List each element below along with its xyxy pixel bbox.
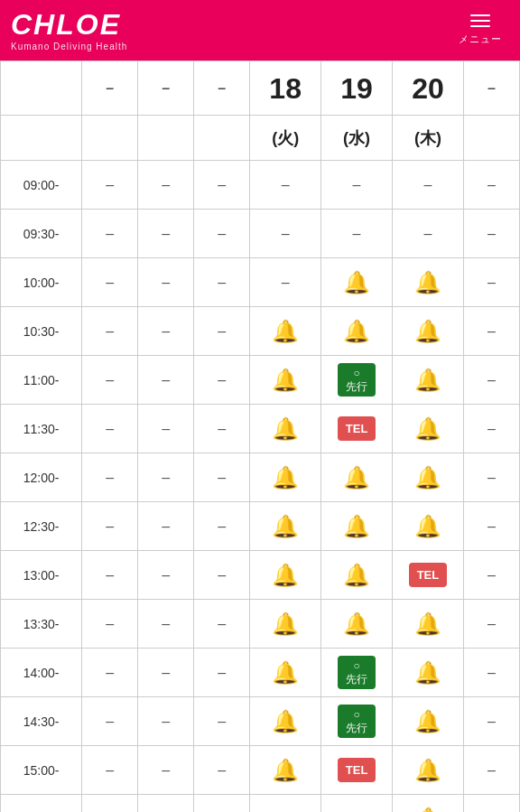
bell-icon: 🔔 — [414, 465, 441, 490]
dash-indicator: – — [424, 177, 432, 192]
dash-indicator: – — [218, 226, 226, 241]
col-c1-cell: – — [82, 307, 138, 356]
col-c2-cell: – — [138, 356, 194, 405]
header-day-20: (木) — [393, 116, 464, 161]
table-row: 09:00-––––––– — [1, 161, 520, 210]
col-c2-cell: – — [138, 697, 194, 746]
col-c2-cell: – — [138, 600, 194, 649]
hamburger-icon — [470, 14, 490, 27]
col-c1-cell: – — [82, 746, 138, 795]
time-cell: 15:00- — [1, 746, 82, 795]
header-date-20: 20 — [393, 61, 464, 116]
header-col1: – — [82, 61, 138, 116]
col-20-cell: 🔔 — [393, 746, 464, 795]
col-c3-cell: – — [194, 210, 250, 258]
dash-indicator: – — [218, 372, 226, 387]
dash-indicator: – — [162, 372, 170, 387]
col-18-cell: 🔔 — [250, 502, 321, 551]
header-col-last: – — [463, 61, 519, 116]
col-c2-cell: – — [138, 258, 194, 307]
dash-indicator: – — [162, 518, 170, 534]
col-20-cell: 🔔 — [393, 502, 464, 551]
col-c2-cell: – — [138, 453, 194, 502]
col-c3-cell: – — [194, 551, 250, 600]
table-row: 13:00-–––🔔🔔TEL– — [1, 551, 520, 600]
dash-indicator: – — [218, 665, 226, 680]
table-row: 12:00-–––🔔🔔🔔– — [1, 453, 520, 502]
col-c3-cell: – — [194, 649, 250, 697]
col-19-cell: – — [321, 795, 393, 813]
col-last-cell: – — [463, 697, 519, 746]
col-c3-cell: – — [194, 405, 250, 453]
table-row: 15:30-–––––🔔– — [1, 795, 520, 813]
dash-indicator: – — [106, 714, 114, 729]
col-19-cell: 🔔 — [321, 453, 393, 502]
col-18-cell: 🔔 — [250, 649, 321, 697]
time-cell: 13:00- — [1, 551, 82, 600]
table-row: 10:30-–––🔔🔔🔔– — [1, 307, 520, 356]
dash-indicator: – — [353, 226, 361, 241]
dash-indicator: – — [488, 714, 496, 729]
col-18-cell: 🔔 — [250, 405, 321, 453]
col-last-cell: – — [463, 502, 519, 551]
dash-indicator: – — [106, 275, 114, 290]
col-c2-cell: – — [138, 649, 194, 697]
col-20-cell: 🔔 — [393, 453, 464, 502]
dash-indicator: – — [282, 275, 290, 290]
dash-indicator: – — [488, 323, 496, 339]
col-18-cell: 🔔 — [250, 551, 321, 600]
col-19-cell: TEL — [321, 746, 393, 795]
tel-status: TEL — [338, 758, 376, 782]
col-last-cell: – — [463, 161, 519, 210]
dash-indicator: – — [106, 567, 114, 583]
col-c2-cell: – — [138, 405, 194, 453]
col-c1-cell: – — [82, 697, 138, 746]
col-c1-cell: – — [82, 210, 138, 258]
dash-indicator: – — [162, 762, 170, 778]
dash-indicator: – — [162, 616, 170, 631]
bell-icon: 🔔 — [272, 709, 299, 734]
col-20-cell: 🔔 — [393, 697, 464, 746]
day-name-row: (火) (水) (木) — [1, 116, 520, 161]
header-day-col2 — [138, 116, 194, 161]
header-empty-day — [1, 116, 82, 161]
col-18-cell: 🔔 — [250, 356, 321, 405]
col-last-cell: – — [463, 405, 519, 453]
col-c1-cell: – — [82, 649, 138, 697]
col-c1-cell: – — [82, 161, 138, 210]
bell-icon: 🔔 — [343, 611, 370, 637]
col-19-cell: 🔔 — [321, 600, 393, 649]
bell-icon: 🔔 — [343, 563, 370, 588]
col-18-cell: 🔔 — [250, 307, 321, 356]
dash-indicator: – — [218, 567, 226, 583]
col-last-cell: – — [463, 649, 519, 697]
table-row: 14:00-–––🔔○先行🔔– — [1, 649, 520, 697]
schedule-table: – – – 18 19 20 – (火) (水) (木) 09:00-–––––… — [0, 61, 520, 812]
col-18-cell: 🔔 — [250, 453, 321, 502]
table-row: 11:00-–––🔔○先行🔔– — [1, 356, 520, 405]
dash-indicator: – — [162, 714, 170, 729]
dash-indicator: – — [106, 421, 114, 436]
bell-icon: 🔔 — [414, 319, 441, 344]
col-20-cell: 🔔 — [393, 356, 464, 405]
col-c1-cell: – — [82, 795, 138, 813]
col-20-cell: – — [393, 210, 464, 258]
header-day-19: (水) — [321, 116, 393, 161]
col-c1-cell: – — [82, 356, 138, 405]
bell-icon: 🔔 — [414, 368, 441, 393]
col-19-cell: ○先行 — [321, 697, 393, 746]
col-last-cell: – — [463, 551, 519, 600]
dash-indicator: – — [424, 226, 432, 241]
dash-indicator: – — [282, 177, 290, 192]
col-20-cell: 🔔 — [393, 795, 464, 813]
header-day-col1 — [82, 116, 138, 161]
dash-indicator: – — [488, 275, 496, 290]
col-20-cell: 🔔 — [393, 307, 464, 356]
dash-indicator: – — [488, 421, 496, 436]
col-c1-cell: – — [82, 551, 138, 600]
col-20-cell: TEL — [393, 551, 464, 600]
col-18-cell: 🔔 — [250, 746, 321, 795]
dash-indicator: – — [218, 518, 226, 534]
time-cell: 11:30- — [1, 405, 82, 453]
menu-button[interactable]: メニュー — [451, 7, 509, 53]
